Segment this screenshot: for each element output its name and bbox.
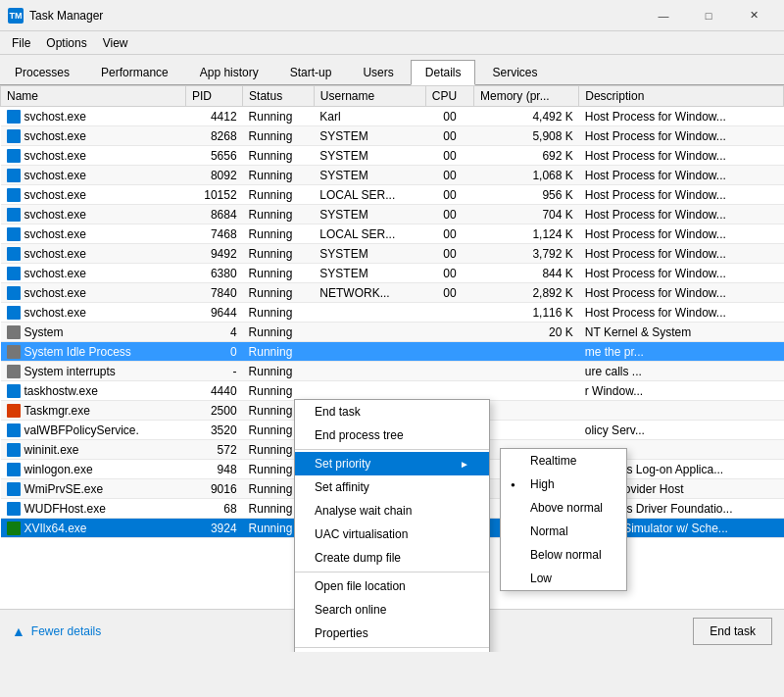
cell-memory: 20 K [473, 323, 578, 342]
menu-options[interactable]: Options [38, 34, 94, 52]
tab-processes[interactable]: Processes [0, 60, 84, 85]
col-header-username[interactable]: Username [314, 86, 425, 107]
cell-name: WmiPrvSE.exe [1, 479, 186, 499]
tab-users[interactable]: Users [348, 60, 408, 85]
context-menu-separator-3 [295, 647, 489, 648]
col-header-description[interactable]: Description [579, 86, 784, 107]
priority-normal[interactable]: Normal [501, 520, 626, 543]
cell-memory: 704 K [473, 205, 578, 224]
cell-name: taskhostw.exe [1, 381, 186, 401]
table-row[interactable]: svchost.exe9644Running1,116 KHost Proces… [1, 303, 784, 323]
priority-high[interactable]: High [501, 473, 626, 496]
cell-name: svchost.exe [1, 264, 186, 283]
table-row[interactable]: System Idle Process0Runningme the pr... [1, 342, 784, 362]
context-menu-open-file[interactable]: Open file location [295, 574, 489, 598]
menu-file[interactable]: File [4, 34, 38, 52]
tab-startup[interactable]: Start-up [275, 60, 347, 85]
cell-pid: 8684 [185, 205, 242, 224]
tab-services[interactable]: Services [477, 60, 552, 85]
context-menu-uac[interactable]: UAC virtualisation [295, 523, 489, 546]
context-menu-properties[interactable]: Properties [295, 622, 489, 645]
table-row[interactable]: taskhostw.exe4440Runningr Window... [1, 381, 784, 401]
cell-name: svchost.exe [1, 224, 186, 244]
cell-username: LOCAL SER... [314, 224, 425, 244]
table-row[interactable]: System interrupts-Runningure calls ... [1, 362, 784, 381]
table-row[interactable]: svchost.exe6380RunningSYSTEM00844 KHost … [1, 264, 784, 283]
fewer-details-button[interactable]: ▲ Fewer details [12, 623, 101, 639]
priority-low[interactable]: Low [501, 567, 626, 590]
table-row[interactable]: svchost.exe4412RunningKarl004,492 KHost … [1, 107, 784, 126]
cell-description: Host Process for Window... [579, 283, 784, 303]
priority-realtime[interactable]: Realtime [501, 449, 626, 473]
col-header-pid[interactable]: PID [185, 86, 242, 107]
cell-cpu [425, 303, 473, 323]
context-menu-create-dump[interactable]: Create dump file [295, 546, 489, 570]
context-menu-search-online[interactable]: Search online [295, 598, 489, 622]
context-menu-end-task[interactable]: End task [295, 400, 489, 423]
table-row[interactable]: svchost.exe9492RunningSYSTEM003,792 KHos… [1, 244, 784, 264]
col-header-cpu[interactable]: CPU [425, 86, 473, 107]
col-header-name[interactable]: Name [1, 86, 186, 107]
cell-pid: - [185, 362, 242, 381]
table-row[interactable]: svchost.exe10152RunningLOCAL SER...00956… [1, 185, 784, 205]
table-row[interactable]: svchost.exe8684RunningSYSTEM00704 KHost … [1, 205, 784, 224]
cell-pid: 3924 [185, 519, 242, 538]
cell-name: svchost.exe [1, 166, 186, 185]
cell-username: SYSTEM [314, 166, 425, 185]
cell-name: svchost.exe [1, 146, 186, 166]
cell-cpu: 00 [425, 205, 473, 224]
cell-cpu: 00 [425, 166, 473, 185]
cell-username [314, 342, 425, 362]
cell-username [314, 323, 425, 342]
table-row[interactable]: System4Running20 KNT Kernel & System [1, 323, 784, 342]
context-menu-set-priority[interactable]: Set priority ► [295, 452, 489, 475]
cell-pid: 5656 [185, 146, 242, 166]
cell-description: Host Process for Window... [579, 303, 784, 323]
cell-name: svchost.exe [1, 185, 186, 205]
context-menu-go-to-services[interactable]: Go to service(s) [295, 650, 489, 652]
tab-performance[interactable]: Performance [86, 60, 183, 85]
cell-pid: 4412 [185, 107, 242, 126]
table-row[interactable]: svchost.exe8092RunningSYSTEM001,068 KHos… [1, 166, 784, 185]
cell-pid: 7468 [185, 224, 242, 244]
cell-name: System interrupts [1, 362, 186, 381]
cell-memory: 1,116 K [473, 303, 578, 323]
cell-status: Running [243, 166, 315, 185]
table-row[interactable]: svchost.exe8268RunningSYSTEM005,908 KHos… [1, 126, 784, 146]
tab-app-history[interactable]: App history [185, 60, 273, 85]
cell-memory: 1,068 K [473, 166, 578, 185]
close-button[interactable]: ✕ [731, 0, 776, 31]
cell-status: Running [243, 362, 315, 381]
table-row[interactable]: svchost.exe7468RunningLOCAL SER...001,12… [1, 224, 784, 244]
cell-username: SYSTEM [314, 126, 425, 146]
cell-description: olicy Serv... [579, 421, 784, 440]
cell-memory: 4,492 K [473, 107, 578, 126]
col-header-memory[interactable]: Memory (pr... [473, 86, 578, 107]
cell-status: Running [243, 205, 315, 224]
col-header-status[interactable]: Status [243, 86, 315, 107]
context-menu-end-process-tree[interactable]: End process tree [295, 423, 489, 447]
cell-description: me the pr... [579, 342, 784, 362]
cell-memory: 2,892 K [473, 283, 578, 303]
priority-below-normal[interactable]: Below normal [501, 543, 626, 567]
cell-memory [473, 381, 578, 401]
cell-status: Running [243, 264, 315, 283]
table-row[interactable]: svchost.exe5656RunningSYSTEM00692 KHost … [1, 146, 784, 166]
context-menu-analyse-wait-chain[interactable]: Analyse wait chain [295, 499, 489, 523]
minimize-button[interactable]: — [641, 0, 686, 31]
cell-status: Running [243, 185, 315, 205]
table-row[interactable]: svchost.exe7840RunningNETWORK...002,892 … [1, 283, 784, 303]
end-task-button[interactable]: End task [693, 618, 772, 645]
cell-description: Host Process for Window... [579, 146, 784, 166]
maximize-button[interactable]: □ [686, 0, 731, 31]
priority-above-normal[interactable]: Above normal [501, 496, 626, 520]
cell-cpu: 00 [425, 126, 473, 146]
tab-details[interactable]: Details [411, 60, 476, 85]
cell-username [314, 381, 425, 401]
cell-status: Running [243, 381, 315, 401]
cell-memory: 1,124 K [473, 224, 578, 244]
cell-status: Running [243, 283, 315, 303]
cell-cpu [425, 362, 473, 381]
menu-view[interactable]: View [95, 34, 136, 52]
context-menu-set-affinity[interactable]: Set affinity [295, 475, 489, 499]
